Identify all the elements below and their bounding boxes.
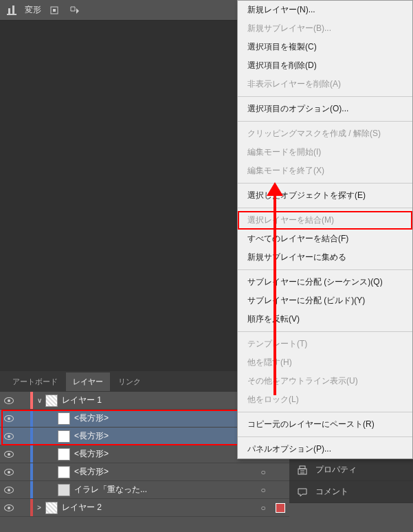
svg-rect-2 <box>12 5 14 14</box>
layer-color-bar <box>30 481 33 498</box>
tab-layers[interactable]: レイヤー <box>66 373 110 391</box>
menu-item[interactable]: 選択項目を複製(C) <box>238 38 412 56</box>
menu-item[interactable]: サブレイヤーに分配 (ビルド)(Y) <box>238 291 412 310</box>
layer-name[interactable]: レイヤー 1 <box>62 395 255 406</box>
tab-links[interactable]: リンク <box>111 373 148 391</box>
layer-row[interactable]: イラレ「重なった...○ <box>0 481 289 499</box>
menu-separator <box>238 331 412 332</box>
visibility-toggle[interactable] <box>0 433 18 440</box>
layer-color-bar <box>30 445 33 463</box>
layer-name[interactable]: <長方形> <box>74 466 255 478</box>
panel-icon <box>296 486 309 498</box>
menu-item[interactable]: 選択したオブジェクトを探す(E) <box>238 186 412 205</box>
layer-thumbnail <box>58 448 70 461</box>
menu-separator <box>238 208 412 208</box>
menu-item: 新規サブレイヤー(B)... <box>238 19 412 38</box>
side-item-label: コメント <box>315 486 348 498</box>
crop-icon[interactable] <box>47 3 62 18</box>
panel-icon <box>296 464 309 476</box>
svg-rect-0 <box>7 14 16 15</box>
visibility-toggle[interactable] <box>0 505 18 511</box>
selection-square[interactable] <box>276 485 285 495</box>
layer-context-menu: 新規レイヤー(N)...新規サブレイヤー(B)...選択項目を複製(C)選択項目… <box>237 0 413 459</box>
layer-color-bar <box>30 428 33 445</box>
svg-rect-10 <box>298 469 306 474</box>
menu-item: 非表示レイヤーを削除(A) <box>238 75 412 93</box>
menu-separator <box>238 412 412 412</box>
svg-rect-4 <box>53 9 56 12</box>
visibility-toggle[interactable] <box>0 415 18 422</box>
layer-thumbnail <box>45 502 58 514</box>
svg-rect-1 <box>8 8 10 14</box>
transform-label: 変形 <box>25 4 41 16</box>
visibility-toggle[interactable] <box>0 397 18 404</box>
expand-toggle[interactable]: > <box>33 504 45 511</box>
layer-color-bar <box>30 463 33 480</box>
layer-name[interactable]: <長方形> <box>74 412 255 424</box>
menu-separator <box>238 183 412 184</box>
layer-thumbnail <box>58 466 70 478</box>
layer-thumbnail <box>58 412 70 425</box>
menu-item[interactable]: コピー元のレイヤーにペースト(R) <box>238 415 412 434</box>
layer-row[interactable]: >レイヤー 2○ <box>0 499 289 517</box>
align-bottom-icon[interactable] <box>4 3 19 18</box>
menu-item[interactable]: 新規サブレイヤーに集める <box>238 248 412 267</box>
visibility-toggle[interactable] <box>0 451 18 458</box>
target-indicator[interactable]: ○ <box>255 503 271 513</box>
menu-item[interactable]: 順序を反転(V) <box>238 310 412 329</box>
visibility-toggle[interactable] <box>0 469 18 476</box>
menu-item[interactable]: 新規レイヤー(N)... <box>238 1 412 19</box>
side-panel-item[interactable]: コメント <box>289 481 413 503</box>
svg-rect-9 <box>300 466 305 469</box>
menu-item: 編集モードを開始(I) <box>238 143 412 162</box>
expand-toggle[interactable]: ∨ <box>33 397 45 404</box>
side-item-label: プロパティ <box>315 464 357 476</box>
menu-item: 選択レイヤーを結合(M) <box>238 211 412 230</box>
layer-name[interactable]: レイヤー 2 <box>62 502 255 513</box>
layer-color-bar <box>30 410 33 427</box>
layer-thumbnail <box>45 395 58 407</box>
layer-name[interactable]: <長方形> <box>74 448 255 460</box>
menu-item[interactable]: サブレイヤーに分配 (シーケンス)(Q) <box>238 273 412 291</box>
layer-name[interactable]: イラレ「重なった... <box>74 484 255 496</box>
layer-name[interactable]: <長方形> <box>74 430 255 442</box>
menu-item[interactable]: パネルオプション(P)... <box>238 440 412 458</box>
layer-thumbnail <box>58 430 70 443</box>
menu-separator <box>238 121 412 122</box>
menu-separator <box>238 436 412 437</box>
visibility-toggle[interactable] <box>0 487 18 494</box>
tab-artboard[interactable]: アートボード <box>5 373 65 391</box>
selection-square[interactable] <box>276 467 285 477</box>
side-panel-item[interactable]: プロパティ <box>289 459 413 481</box>
menu-item: 編集モードを終了(X) <box>238 162 412 180</box>
menu-item[interactable]: 選択項目のオプション(O)... <box>238 100 412 118</box>
layer-row[interactable]: <長方形>○ <box>0 463 289 481</box>
selection-square[interactable] <box>276 503 285 513</box>
menu-item: その他をアウトライン表示(U) <box>238 372 412 390</box>
menu-item[interactable]: すべてのレイヤーを結合(F) <box>238 230 412 248</box>
menu-item: 他を隠す(H) <box>238 353 412 372</box>
target-indicator[interactable]: ○ <box>255 467 271 477</box>
menu-item: テンプレート(T) <box>238 335 412 353</box>
menu-item: 他をロック(L) <box>238 390 412 409</box>
menu-item: クリッピングマスクを作成 / 解除(S) <box>238 124 412 143</box>
menu-separator <box>238 269 412 270</box>
more-options-icon[interactable] <box>67 3 82 18</box>
menu-separator <box>238 96 412 97</box>
layer-thumbnail <box>58 484 70 496</box>
menu-item[interactable]: 選択項目を削除(D) <box>238 56 412 75</box>
target-indicator[interactable]: ○ <box>255 485 271 495</box>
